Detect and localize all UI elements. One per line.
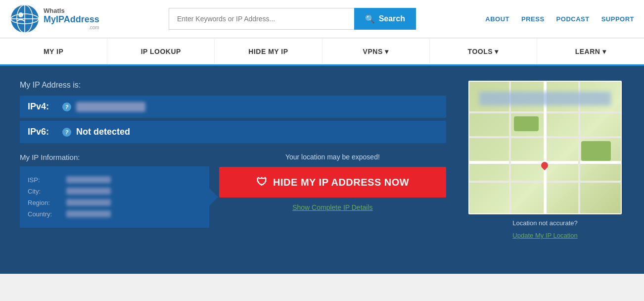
- map-container: [468, 81, 622, 214]
- region-value-blurred: [66, 199, 111, 206]
- isp-row: ISP:: [28, 174, 201, 186]
- info-box: ISP: City: Region: Country:: [20, 166, 209, 228]
- info-title: My IP Information:: [20, 153, 209, 161]
- ipv6-info-badge[interactable]: ?: [62, 128, 71, 137]
- nav-ip-lookup[interactable]: IP LOOKUP: [107, 39, 215, 64]
- info-section: My IP Information: ISP: City: Region:: [20, 153, 446, 228]
- country-label: Country:: [28, 210, 62, 218]
- city-label: City:: [28, 188, 62, 195]
- ipv6-row: IPv6: ? Not detected: [20, 121, 446, 143]
- search-button[interactable]: 🔍 Search: [354, 8, 416, 30]
- ipv4-value-blurred: [76, 102, 145, 112]
- nav-bar: MY IP IP LOOKUP HIDE MY IP VPNS ▾ TOOLS …: [0, 38, 644, 66]
- header: WhatIs MyIPAddress .com 🔍 Search ABOUT P…: [0, 0, 644, 38]
- map-green1: [514, 116, 539, 131]
- globe-icon: [10, 4, 40, 34]
- map-green2: [581, 141, 611, 161]
- hide-ip-button-label: HIDE MY IP ADDRESS NOW: [273, 177, 409, 188]
- nav-vpns[interactable]: VPNS ▾: [322, 39, 430, 64]
- city-row: City:: [28, 186, 201, 197]
- logo-myip: MyIPAddress: [44, 15, 99, 25]
- search-input[interactable]: [169, 8, 354, 30]
- left-panel: My IP Address is: IPv4: ? IPv6: ? Not de…: [20, 81, 446, 254]
- nav-tools[interactable]: TOOLS ▾: [430, 39, 537, 64]
- hide-ip-button[interactable]: 🛡 HIDE MY IP ADDRESS NOW: [219, 167, 446, 198]
- logo-whatis: WhatIs: [44, 7, 99, 14]
- right-panel: Location not accurate? Update My IP Loca…: [466, 81, 624, 254]
- ipv4-label: IPv4:: [28, 101, 57, 112]
- search-icon: 🔍: [365, 14, 375, 24]
- isp-value-blurred: [66, 176, 111, 183]
- section-title: My IP Address is:: [20, 81, 446, 90]
- search-button-label: Search: [379, 14, 405, 23]
- city-value-blurred: [66, 188, 111, 195]
- location-warning: Your location may be exposed!: [285, 153, 380, 161]
- svg-point-5: [18, 12, 23, 17]
- map-blurred-address: [479, 92, 611, 105]
- nav-hide-my-ip[interactable]: HIDE MY IP: [215, 39, 322, 64]
- update-location-link[interactable]: Update My IP Location: [512, 232, 577, 239]
- logo-dotcom: .com: [44, 25, 99, 30]
- header-links: ABOUT PRESS PODCAST SUPPORT: [485, 15, 634, 23]
- country-row: Country:: [28, 208, 201, 220]
- region-label: Region:: [28, 199, 62, 206]
- shield-icon: 🛡: [256, 176, 268, 189]
- ipv6-label: IPv6:: [28, 127, 57, 137]
- search-area: 🔍 Search: [169, 8, 416, 30]
- logo-text: WhatIs MyIPAddress .com: [44, 7, 99, 30]
- info-left: My IP Information: ISP: City: Region:: [20, 153, 209, 228]
- info-center: Your location may be exposed! 🛡 HIDE MY …: [219, 153, 446, 211]
- region-row: Region:: [28, 197, 201, 208]
- nav-my-ip[interactable]: MY IP: [0, 39, 107, 64]
- ipv4-row: IPv4: ?: [20, 96, 446, 118]
- show-details-link[interactable]: Show Complete IP Details: [292, 203, 372, 211]
- about-link[interactable]: ABOUT: [485, 15, 509, 23]
- logo-area: WhatIs MyIPAddress .com: [10, 4, 99, 34]
- isp-label: ISP:: [28, 176, 62, 184]
- nav-learn[interactable]: LEARN ▾: [537, 39, 644, 64]
- country-value-blurred: [66, 210, 111, 217]
- press-link[interactable]: PRESS: [521, 15, 545, 23]
- ipv6-value: Not detected: [76, 127, 130, 137]
- ipv4-info-badge[interactable]: ?: [62, 102, 71, 111]
- location-not-accurate: Location not accurate?: [512, 219, 578, 227]
- main-content: My IP Address is: IPv4: ? IPv6: ? Not de…: [0, 66, 644, 274]
- support-link[interactable]: SUPPORT: [601, 15, 634, 23]
- podcast-link[interactable]: PODCAST: [556, 15, 590, 23]
